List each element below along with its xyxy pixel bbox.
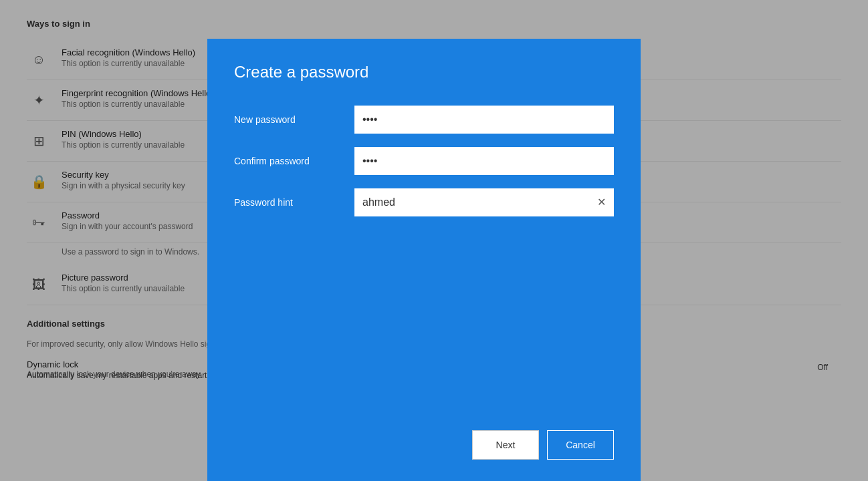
new-password-label: New password bbox=[234, 114, 354, 125]
clear-hint-button[interactable]: ✕ bbox=[594, 196, 609, 209]
dialog-actions: Next Cancel bbox=[234, 417, 614, 460]
confirm-password-label: Confirm password bbox=[234, 156, 354, 166]
new-password-wrap bbox=[354, 106, 614, 134]
create-password-dialog: Create a password New password Confirm p… bbox=[207, 39, 641, 481]
password-hint-input[interactable] bbox=[354, 188, 614, 216]
next-button[interactable]: Next bbox=[472, 430, 539, 460]
new-password-input[interactable] bbox=[354, 106, 614, 134]
cancel-button[interactable]: Cancel bbox=[547, 430, 614, 460]
confirm-password-wrap bbox=[354, 147, 614, 175]
password-hint-wrap: ✕ bbox=[354, 188, 614, 216]
password-hint-row: Password hint ✕ bbox=[234, 188, 614, 216]
confirm-password-row: Confirm password bbox=[234, 147, 614, 175]
confirm-password-input[interactable] bbox=[354, 147, 614, 175]
password-hint-label: Password hint bbox=[234, 197, 354, 208]
dialog-title: Create a password bbox=[234, 63, 614, 82]
new-password-row: New password bbox=[234, 106, 614, 134]
